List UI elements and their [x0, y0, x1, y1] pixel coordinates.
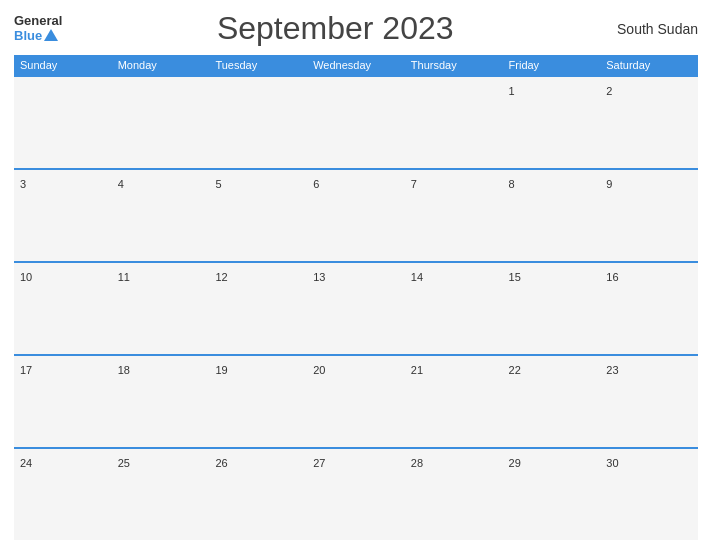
day-number: 15	[509, 271, 521, 283]
day-cell: 9	[600, 170, 698, 261]
day-number: 12	[215, 271, 227, 283]
day-number: 23	[606, 364, 618, 376]
day-header-wednesday: Wednesday	[307, 55, 405, 75]
day-number: 28	[411, 457, 423, 469]
day-number: 11	[118, 271, 130, 283]
day-number: 5	[215, 178, 221, 190]
day-number: 22	[509, 364, 521, 376]
day-number: 14	[411, 271, 423, 283]
week-row-5: 24252627282930	[14, 447, 698, 540]
day-number: 20	[313, 364, 325, 376]
day-cell: 19	[209, 356, 307, 447]
day-number: 4	[118, 178, 124, 190]
day-cell	[14, 77, 112, 168]
day-number: 13	[313, 271, 325, 283]
day-cell	[209, 77, 307, 168]
day-cell: 25	[112, 449, 210, 540]
day-cell: 23	[600, 356, 698, 447]
day-number: 8	[509, 178, 515, 190]
day-cell: 1	[503, 77, 601, 168]
day-header-sunday: Sunday	[14, 55, 112, 75]
week-row-1: 12	[14, 75, 698, 168]
header: General Blue September 2023 South Sudan	[14, 10, 698, 47]
day-number: 9	[606, 178, 612, 190]
day-cell: 2	[600, 77, 698, 168]
week-row-4: 17181920212223	[14, 354, 698, 447]
day-cell: 27	[307, 449, 405, 540]
logo-blue-text: Blue	[14, 29, 58, 43]
day-header-thursday: Thursday	[405, 55, 503, 75]
day-number: 30	[606, 457, 618, 469]
day-header-tuesday: Tuesday	[209, 55, 307, 75]
day-number: 3	[20, 178, 26, 190]
day-cell: 12	[209, 263, 307, 354]
day-headers: SundayMondayTuesdayWednesdayThursdayFrid…	[14, 55, 698, 75]
day-cell: 6	[307, 170, 405, 261]
day-cell	[307, 77, 405, 168]
week-row-3: 10111213141516	[14, 261, 698, 354]
day-cell: 14	[405, 263, 503, 354]
day-cell: 4	[112, 170, 210, 261]
country-label: South Sudan	[608, 21, 698, 37]
day-cell: 21	[405, 356, 503, 447]
day-number: 29	[509, 457, 521, 469]
day-number: 16	[606, 271, 618, 283]
day-cell: 18	[112, 356, 210, 447]
day-cell: 7	[405, 170, 503, 261]
day-cell: 5	[209, 170, 307, 261]
day-number: 1	[509, 85, 515, 97]
day-number: 27	[313, 457, 325, 469]
week-row-2: 3456789	[14, 168, 698, 261]
day-cell: 26	[209, 449, 307, 540]
month-title: September 2023	[62, 10, 608, 47]
day-number: 26	[215, 457, 227, 469]
day-cell: 3	[14, 170, 112, 261]
day-number: 24	[20, 457, 32, 469]
day-cell: 20	[307, 356, 405, 447]
day-cell: 11	[112, 263, 210, 354]
day-header-monday: Monday	[112, 55, 210, 75]
day-number: 2	[606, 85, 612, 97]
day-number: 6	[313, 178, 319, 190]
day-cell	[112, 77, 210, 168]
day-cell: 15	[503, 263, 601, 354]
day-cell: 16	[600, 263, 698, 354]
day-cell: 13	[307, 263, 405, 354]
day-number: 17	[20, 364, 32, 376]
day-number: 25	[118, 457, 130, 469]
day-number: 19	[215, 364, 227, 376]
day-cell: 8	[503, 170, 601, 261]
day-cell: 30	[600, 449, 698, 540]
day-number: 21	[411, 364, 423, 376]
day-number: 18	[118, 364, 130, 376]
day-cell: 28	[405, 449, 503, 540]
day-cell	[405, 77, 503, 168]
day-cell: 10	[14, 263, 112, 354]
day-cell: 22	[503, 356, 601, 447]
day-cell: 29	[503, 449, 601, 540]
weeks: 1234567891011121314151617181920212223242…	[14, 75, 698, 540]
calendar: SundayMondayTuesdayWednesdayThursdayFrid…	[14, 55, 698, 540]
calendar-page: General Blue September 2023 South Sudan …	[0, 0, 712, 550]
logo-general-text: General	[14, 14, 62, 28]
logo: General Blue	[14, 14, 62, 43]
day-cell: 17	[14, 356, 112, 447]
day-number: 7	[411, 178, 417, 190]
day-header-friday: Friday	[503, 55, 601, 75]
day-cell: 24	[14, 449, 112, 540]
day-header-saturday: Saturday	[600, 55, 698, 75]
logo-triangle-icon	[44, 29, 58, 41]
day-number: 10	[20, 271, 32, 283]
